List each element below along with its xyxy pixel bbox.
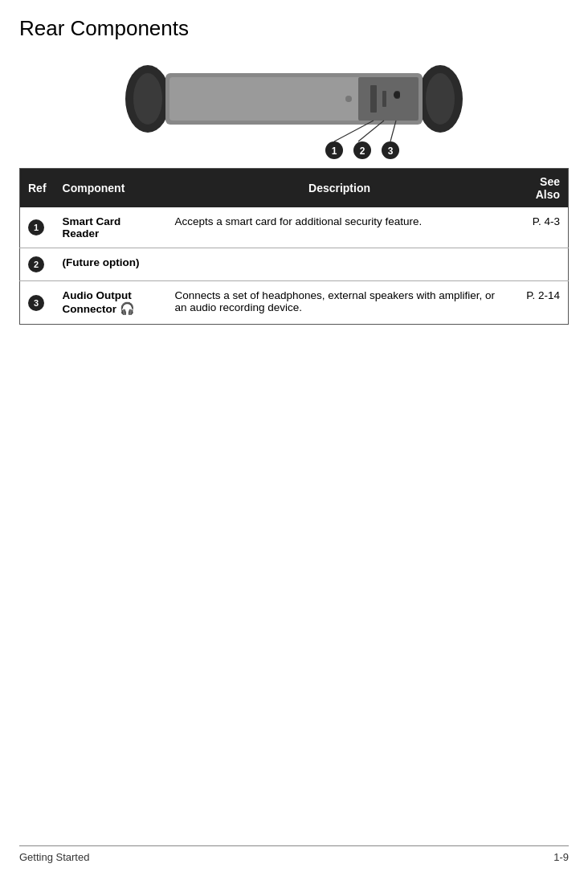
svg-point-3 <box>426 73 455 125</box>
rear-laptop-svg: 1 2 3 <box>125 57 463 162</box>
footer-right: 1-9 <box>553 851 569 863</box>
svg-point-11 <box>345 96 352 102</box>
description-text: Connects a set of headphones, external s… <box>167 281 512 325</box>
description-text <box>167 248 512 281</box>
component-table: Ref Component Description See Also 1Smar… <box>19 168 569 325</box>
col-header-ref: Ref <box>20 169 55 208</box>
col-header-description: Description <box>167 169 512 208</box>
page-footer: Getting Started 1-9 <box>19 845 569 863</box>
col-header-see-also: See Also <box>512 169 569 208</box>
ref-cell: 3 <box>20 281 55 325</box>
footer-left: Getting Started <box>19 851 89 863</box>
ref-cell: 1 <box>20 207 55 248</box>
svg-point-1 <box>133 73 162 125</box>
headphone-icon: 🎧 <box>120 301 135 315</box>
svg-text:2: 2 <box>360 145 365 157</box>
svg-text:1: 1 <box>332 145 337 157</box>
svg-rect-8 <box>382 91 386 107</box>
component-name: Smart Card Reader <box>55 207 167 248</box>
component-name: Audio Output Connector 🎧 <box>55 281 167 325</box>
ref-badge: 1 <box>28 219 44 235</box>
see-also-text: P. 2-14 <box>512 281 569 325</box>
table-row: 2(Future option) <box>20 248 569 281</box>
component-name: (Future option) <box>55 248 167 281</box>
ref-badge: 2 <box>28 256 44 272</box>
table-row: 1Smart Card ReaderAccepts a smart card f… <box>20 207 569 248</box>
see-also-text <box>512 248 569 281</box>
ref-cell: 2 <box>20 248 55 281</box>
table-row: 3Audio Output Connector 🎧Connects a set … <box>20 281 569 325</box>
svg-rect-7 <box>370 85 377 113</box>
svg-point-10 <box>394 92 400 98</box>
svg-rect-6 <box>358 77 419 121</box>
description-text: Accepts a smart card for additional secu… <box>167 207 512 248</box>
table-header-row: Ref Component Description See Also <box>20 169 569 208</box>
page-title: Rear Components <box>19 16 569 41</box>
device-diagram: 1 2 3 <box>19 57 569 162</box>
svg-text:3: 3 <box>388 145 394 157</box>
ref-badge: 3 <box>28 295 44 311</box>
see-also-text: P. 4-3 <box>512 207 569 248</box>
col-header-component: Component <box>55 169 167 208</box>
